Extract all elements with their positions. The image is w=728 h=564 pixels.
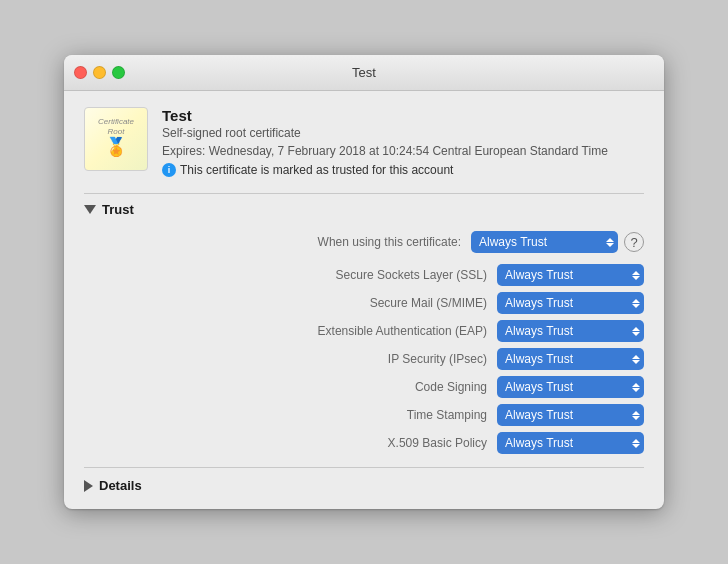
- trust-section: Trust When using this certificate: Alway…: [84, 202, 644, 457]
- trust-row: X.509 Basic Policy Always Trust Never Tr…: [84, 429, 644, 457]
- cert-name: Test: [162, 107, 608, 124]
- ssl-label: Secure Sockets Layer (SSL): [84, 268, 497, 282]
- help-button[interactable]: ?: [624, 232, 644, 252]
- smime-select[interactable]: Always Trust Never Trust Use System Defa…: [497, 292, 644, 314]
- close-button[interactable]: [74, 66, 87, 79]
- cert-expires: Expires: Wednesday, 7 February 2018 at 1…: [162, 143, 608, 160]
- eap-select[interactable]: Always Trust Never Trust Use System Defa…: [497, 320, 644, 342]
- main-trust-control: Always Trust Never Trust Use System Defa…: [471, 231, 644, 253]
- divider-1: [84, 193, 644, 194]
- trust-row: Secure Mail (S/MIME) Always Trust Never …: [84, 289, 644, 317]
- main-trust-select[interactable]: Always Trust Never Trust Use System Defa…: [471, 231, 618, 253]
- details-section-header[interactable]: Details: [84, 478, 644, 493]
- trust-section-header[interactable]: Trust: [84, 202, 644, 217]
- x509-label: X.509 Basic Policy: [84, 436, 497, 450]
- ipsec-label: IP Security (IPsec): [84, 352, 497, 366]
- cert-header: CertificateRoot 🏅 Test Self-signed root …: [84, 107, 644, 178]
- main-when-row: When using this certificate: Always Trus…: [84, 227, 644, 261]
- x509-select[interactable]: Always Trust Never Trust Use System Defa…: [497, 432, 644, 454]
- cert-icon: CertificateRoot 🏅: [84, 107, 148, 171]
- main-select-wrap: Always Trust Never Trust Use System Defa…: [471, 231, 644, 253]
- minimize-button[interactable]: [93, 66, 106, 79]
- details-label: Details: [99, 478, 142, 493]
- timestamp-select-container[interactable]: Always Trust Never Trust Use System Defa…: [497, 404, 644, 426]
- main-select-container[interactable]: Always Trust Never Trust Use System Defa…: [471, 231, 618, 253]
- x509-select-container[interactable]: Always Trust Never Trust Use System Defa…: [497, 432, 644, 454]
- trust-row: Time Stamping Always Trust Never Trust U…: [84, 401, 644, 429]
- codesign-label: Code Signing: [84, 380, 497, 394]
- eap-label: Extensible Authentication (EAP): [84, 324, 497, 338]
- cert-info: Test Self-signed root certificate Expire…: [162, 107, 608, 178]
- timestamp-select[interactable]: Always Trust Never Trust Use System Defa…: [497, 404, 644, 426]
- cert-subtitle: Self-signed root certificate: [162, 126, 608, 140]
- ipsec-select[interactable]: Always Trust Never Trust Use System Defa…: [497, 348, 644, 370]
- codesign-select-container[interactable]: Always Trust Never Trust Use System Defa…: [497, 376, 644, 398]
- window-title: Test: [352, 65, 376, 80]
- trust-row: Extensible Authentication (EAP) Always T…: [84, 317, 644, 345]
- info-icon: i: [162, 163, 176, 177]
- ipsec-select-container[interactable]: Always Trust Never Trust Use System Defa…: [497, 348, 644, 370]
- trust-section-label: Trust: [102, 202, 134, 217]
- eap-select-container[interactable]: Always Trust Never Trust Use System Defa…: [497, 320, 644, 342]
- trusted-message: This certificate is marked as trusted fo…: [180, 163, 453, 177]
- smime-label: Secure Mail (S/MIME): [84, 296, 497, 310]
- titlebar: Test: [64, 55, 664, 91]
- window-content: CertificateRoot 🏅 Test Self-signed root …: [64, 91, 664, 510]
- when-using-label: When using this certificate:: [84, 235, 471, 249]
- details-expand-icon: [84, 480, 93, 492]
- details-section: Details: [84, 467, 644, 493]
- certificate-window: Test CertificateRoot 🏅 Test Self-signed …: [64, 55, 664, 510]
- window-controls: [74, 66, 125, 79]
- ssl-select[interactable]: Always Trust Never Trust Use System Defa…: [497, 264, 644, 286]
- codesign-select[interactable]: Always Trust Never Trust Use System Defa…: [497, 376, 644, 398]
- trust-row: Code Signing Always Trust Never Trust Us…: [84, 373, 644, 401]
- maximize-button[interactable]: [112, 66, 125, 79]
- trust-collapse-icon: [84, 205, 96, 214]
- ssl-select-container[interactable]: Always Trust Never Trust Use System Defa…: [497, 264, 644, 286]
- cert-trusted-badge: i This certificate is marked as trusted …: [162, 163, 608, 177]
- timestamp-label: Time Stamping: [84, 408, 497, 422]
- smime-select-container[interactable]: Always Trust Never Trust Use System Defa…: [497, 292, 644, 314]
- trust-row: IP Security (IPsec) Always Trust Never T…: [84, 345, 644, 373]
- cert-icon-inner: CertificateRoot 🏅: [98, 117, 134, 160]
- trust-row: Secure Sockets Layer (SSL) Always Trust …: [84, 261, 644, 289]
- trust-rows: Secure Sockets Layer (SSL) Always Trust …: [84, 261, 644, 457]
